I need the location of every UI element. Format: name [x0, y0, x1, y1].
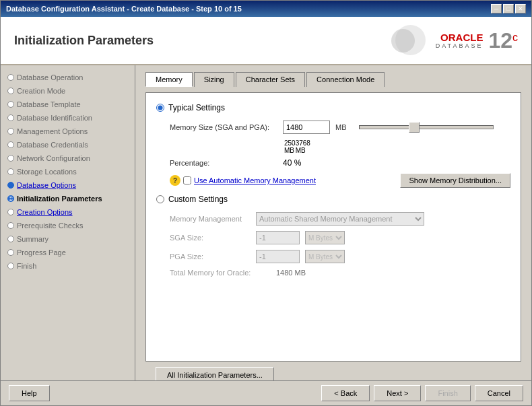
- maximize-button[interactable]: □: [503, 4, 514, 13]
- sidebar-item-storage-locations: Storage Locations: [1, 165, 135, 178]
- version-number: 12: [488, 30, 512, 51]
- bottom-area: All Initialization Parameters...: [145, 362, 521, 380]
- percentage-label: Percentage:: [170, 159, 277, 167]
- pga-size-input: [256, 250, 300, 263]
- sidebar-bullet-database-operation: [7, 74, 14, 81]
- sidebar-bullet-creation-mode: [7, 88, 14, 94]
- tab-character-sets[interactable]: Character Sets: [236, 72, 305, 87]
- percentage-row: Percentage: 40 %: [156, 158, 510, 168]
- sidebar-bullet-prerequisite-checks: [7, 222, 14, 229]
- sidebar-label-database-template: Database Template: [17, 100, 81, 108]
- tab-sizing[interactable]: Sizing: [194, 72, 234, 87]
- sga-size-label: SGA Size:: [170, 234, 251, 242]
- sidebar-label-database-credentials: Database Credentials: [17, 141, 88, 149]
- sga-size-unit-select: M Bytes: [305, 231, 345, 244]
- percentage-value: 40 %: [283, 158, 301, 168]
- help-button[interactable]: Help: [9, 385, 50, 401]
- auto-memory-label[interactable]: Use Automatic Memory Management: [194, 176, 316, 184]
- sidebar-item-database-options[interactable]: Database Options: [1, 178, 135, 192]
- slider-thumb[interactable]: [409, 122, 420, 133]
- sga-size-row: SGA Size: M Bytes: [156, 231, 510, 244]
- next-button[interactable]: Next >: [374, 385, 421, 401]
- slider-min-label: 250 MB: [284, 139, 296, 154]
- page-title: Initialization Parameters: [14, 34, 154, 48]
- main-content: Database Operation Creation Mode Databas…: [1, 65, 531, 380]
- memory-size-unit: MB: [335, 123, 347, 131]
- auto-memory-row: ? Use Automatic Memory Management Show M…: [156, 173, 510, 188]
- custom-settings-radio[interactable]: [156, 195, 164, 203]
- slider-range-labels: 250 MB 3768 MB: [156, 139, 308, 154]
- cancel-button[interactable]: Cancel: [475, 385, 523, 401]
- window-controls: ─ □ ✕: [491, 4, 526, 13]
- sidebar-label-database-identification: Database Identification: [17, 114, 92, 122]
- tab-character-sets-label: Character Sets: [246, 75, 295, 83]
- sidebar-item-summary: Summary: [1, 232, 135, 246]
- sidebar-item-finish: Finish: [1, 259, 135, 273]
- version-suffix: c: [512, 32, 518, 43]
- oracle-product: DATABASE: [436, 42, 484, 49]
- pga-size-label: PGA Size:: [170, 252, 251, 261]
- tab-memory-label: Memory: [156, 75, 182, 83]
- sidebar-bullet-database-identification: [7, 114, 14, 121]
- title-bar: Database Configuration Assistant - Creat…: [1, 1, 531, 17]
- footer: Help < Back Next > Finish Cancel: [1, 380, 531, 405]
- all-initialization-parameters-button[interactable]: All Initialization Parameters...: [156, 367, 274, 380]
- sidebar: Database Operation Creation Mode Databas…: [1, 65, 135, 380]
- main-window: Database Configuration Assistant - Creat…: [0, 0, 532, 406]
- sidebar-bullet-creation-options: [7, 209, 14, 215]
- sidebar-bullet-initialization-parameters: [7, 195, 14, 202]
- oracle-logo: ORACLE DATABASE: [436, 32, 484, 49]
- sidebar-item-initialization-parameters: Initialization Parameters: [1, 192, 135, 205]
- oracle-version: 12 c: [488, 30, 518, 51]
- sidebar-item-prerequisite-checks: Prerequisite Checks: [1, 219, 135, 232]
- header: Initialization Parameters ORACLE DATABAS…: [1, 17, 531, 65]
- close-button[interactable]: ✕: [515, 4, 526, 13]
- sidebar-item-creation-options[interactable]: Creation Options: [1, 205, 135, 219]
- memory-size-row: Memory Size (SGA and PGA): MB: [156, 121, 510, 134]
- tab-bar: Memory Sizing Character Sets Connection …: [145, 72, 521, 87]
- sidebar-label-network-configuration: Network Configuration: [17, 154, 90, 162]
- sidebar-label-storage-locations: Storage Locations: [17, 168, 77, 176]
- sidebar-label-database-operation: Database Operation: [17, 73, 83, 81]
- sidebar-item-database-credentials: Database Credentials: [1, 138, 135, 151]
- sidebar-bullet-database-template: [7, 101, 14, 108]
- sidebar-item-database-identification: Database Identification: [1, 111, 135, 125]
- sidebar-bullet-storage-locations: [7, 168, 14, 175]
- tab-sizing-label: Sizing: [204, 75, 224, 83]
- tab-connection-mode-label: Connection Mode: [317, 75, 374, 83]
- sidebar-item-network-configuration: Network Configuration: [1, 151, 135, 165]
- sidebar-item-creation-mode: Creation Mode: [1, 84, 135, 98]
- back-button[interactable]: < Back: [321, 385, 370, 401]
- oracle-name: ORACLE: [440, 32, 483, 42]
- tab-connection-mode[interactable]: Connection Mode: [306, 72, 385, 87]
- memory-management-row: Memory Management Automatic Shared Memor…: [156, 212, 510, 226]
- sidebar-label-prerequisite-checks: Prerequisite Checks: [17, 222, 83, 230]
- sidebar-item-management-options: Management Options: [1, 125, 135, 138]
- auto-memory-checkbox[interactable]: [183, 176, 191, 184]
- sidebar-bullet-network-configuration: [7, 155, 14, 162]
- sidebar-item-database-template: Database Template: [1, 98, 135, 111]
- memory-management-label: Memory Management: [170, 215, 251, 223]
- typical-settings-radio[interactable]: [156, 104, 164, 112]
- sidebar-bullet-progress-page: [7, 249, 14, 256]
- sidebar-bullet-finish: [7, 263, 14, 269]
- slider-track[interactable]: [359, 122, 494, 133]
- memory-size-input[interactable]: [283, 121, 330, 134]
- help-icon: ?: [170, 175, 180, 186]
- show-memory-distribution-button[interactable]: Show Memory Distribution...: [400, 173, 510, 188]
- sidebar-item-progress-page: Progress Page: [1, 246, 135, 259]
- pga-size-unit-select: M Bytes: [305, 250, 345, 263]
- total-memory-value: 1480 MB: [276, 269, 306, 277]
- footer-navigation: < Back Next > Finish Cancel: [321, 385, 523, 401]
- finish-button[interactable]: Finish: [425, 385, 470, 401]
- sidebar-label-initialization-parameters: Initialization Parameters: [17, 195, 102, 203]
- tab-content-memory: Typical Settings Memory Size (SGA and PG…: [145, 92, 521, 362]
- sidebar-label-finish: Finish: [17, 262, 36, 270]
- minimize-button[interactable]: ─: [491, 4, 502, 13]
- sidebar-label-progress-page: Progress Page: [17, 248, 66, 257]
- memory-size-label: Memory Size (SGA and PGA):: [170, 123, 277, 131]
- sidebar-bullet-database-credentials: [7, 141, 14, 148]
- typical-settings-label: Typical Settings: [168, 103, 225, 112]
- sidebar-label-database-options: Database Options: [17, 181, 76, 189]
- tab-memory[interactable]: Memory: [145, 72, 193, 87]
